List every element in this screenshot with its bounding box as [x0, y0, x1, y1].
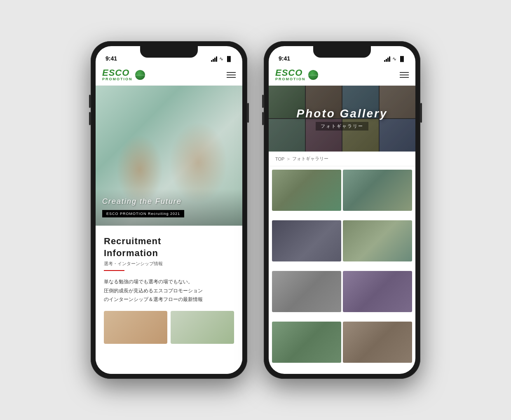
photo-cell-3[interactable]: [272, 220, 341, 261]
logo-esco: ESCO: [102, 68, 133, 77]
photo-cell-2[interactable]: [343, 170, 412, 211]
hamburger-menu[interactable]: [227, 72, 236, 78]
breadcrumb-separator: >: [287, 156, 289, 161]
hero-badge: ESCO PROMOTION Recruiting 2021: [102, 210, 184, 217]
photo-cell-1[interactable]: [272, 170, 341, 211]
phone-1-screen: 9:41 ∿ ▐▌ ESCO PROMOTION: [96, 46, 242, 374]
vol-down-button-2: [262, 112, 264, 125]
signal-icon-2: [384, 56, 390, 62]
thumbnail-row: [104, 311, 234, 344]
power-button: [247, 103, 249, 123]
notch-2: [313, 46, 371, 58]
breadcrumb: TOP > フォトギャラリー: [269, 152, 415, 166]
vol-up-button: [89, 95, 91, 108]
gallery-hero-overlay: Photo Gallery フォトギャラリー: [269, 86, 415, 152]
nav-bar-2: ESCO PROMOTION: [269, 64, 415, 86]
logo-text: ESCO PROMOTION: [102, 68, 133, 81]
phone-2-screen: 9:41 ∿ ▐▌ ESCO PROMOTION: [269, 46, 415, 374]
breadcrumb-top[interactable]: TOP: [275, 156, 284, 161]
breadcrumb-current: フォトギャラリー: [292, 156, 328, 162]
logo: ESCO PROMOTION: [102, 68, 145, 81]
wifi-icon: ∿: [219, 56, 223, 62]
status-icons-2: ∿ ▐▌: [384, 56, 406, 62]
logo-promotion: PROMOTION: [102, 77, 133, 81]
globe-icon: [135, 70, 145, 80]
photo-cell-5[interactable]: [272, 271, 341, 312]
logo-esco-2: ESCO: [275, 68, 306, 77]
notch: [140, 46, 198, 58]
logo-promotion-2: PROMOTION: [275, 77, 306, 81]
red-divider: [104, 270, 124, 271]
section-title-en: Recruitment Information: [104, 236, 234, 259]
hamburger-menu-2[interactable]: [400, 72, 409, 78]
phone-2: 9:41 ∿ ▐▌ ESCO PROMOTION: [264, 41, 420, 379]
logo-2: ESCO PROMOTION: [275, 68, 318, 81]
photo-cell-4[interactable]: [343, 220, 412, 261]
thumbnail-1: [104, 311, 167, 344]
status-time-2: 9:41: [279, 55, 290, 62]
signal-icon: [211, 56, 217, 62]
globe-icon-2: [308, 70, 318, 80]
power-button-2: [420, 103, 422, 123]
gallery-hero: Photo Gallery フォトギャラリー: [269, 86, 415, 152]
content-section: Recruitment Information 選考・インターンシップ情報 単な…: [96, 226, 242, 374]
photo-cell-6[interactable]: [343, 271, 412, 312]
status-time: 9:41: [105, 55, 117, 62]
vol-down-button: [89, 112, 91, 125]
gallery-subtitle: フォトギャラリー: [316, 122, 368, 131]
hero-title: Creating the Future: [102, 197, 236, 206]
battery-icon: ▐▌: [225, 56, 232, 62]
status-icons: ∿ ▐▌: [211, 56, 232, 62]
section-title-ja: 選考・インターンシップ情報: [104, 261, 234, 267]
logo-text-2: ESCO PROMOTION: [275, 68, 306, 81]
battery-icon-2: ▐▌: [398, 56, 406, 62]
photo-grid: [269, 166, 415, 374]
nav-bar: ESCO PROMOTION: [96, 64, 242, 86]
wifi-icon-2: ∿: [392, 56, 396, 62]
gallery-title: Photo Gallery: [296, 107, 387, 120]
vol-up-button-2: [262, 95, 264, 108]
hero-section: Creating the Future ESCO PROMOTION Recru…: [96, 86, 242, 226]
phone-1: 9:41 ∿ ▐▌ ESCO PROMOTION: [91, 41, 247, 379]
thumbnail-2: [171, 311, 234, 344]
photo-cell-8[interactable]: [343, 322, 412, 363]
section-body: 単なる勉強の場でも選考の場でもない。 圧倒的成長が見込めるエスコプロモーション …: [104, 278, 234, 304]
hero-overlay: Creating the Future ESCO PROMOTION Recru…: [96, 189, 242, 226]
photo-cell-7[interactable]: [272, 322, 341, 363]
